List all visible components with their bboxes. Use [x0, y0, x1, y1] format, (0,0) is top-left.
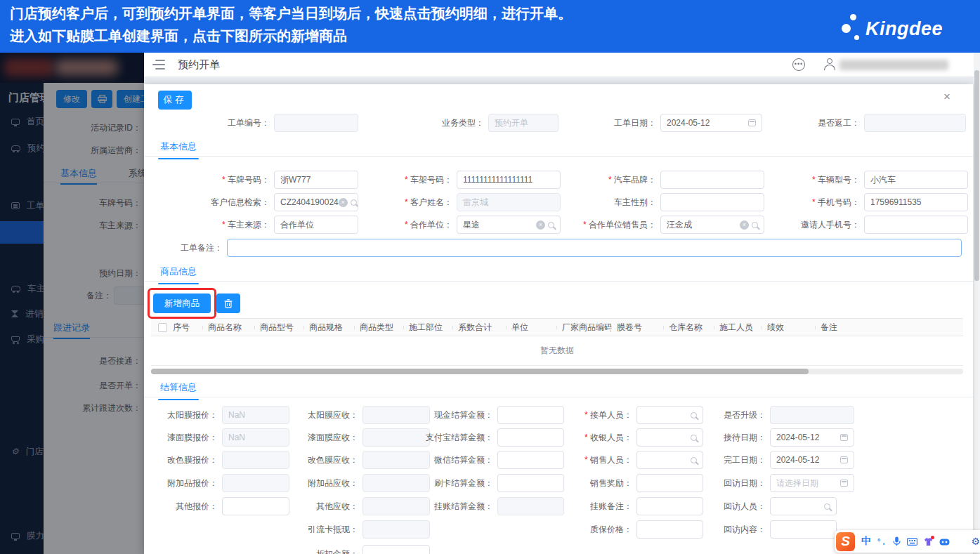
field-upgraded: 是否升级：	[693, 406, 854, 424]
brand-input[interactable]	[660, 171, 764, 189]
add-product-button[interactable]: 新增商品	[153, 294, 211, 313]
hscrollbar-thumb[interactable]	[151, 369, 809, 374]
credit-input	[497, 497, 564, 515]
rework-label: 是否返工：	[755, 117, 860, 129]
sogou-logo[interactable]: S	[836, 532, 855, 551]
wechat-input[interactable]	[497, 451, 564, 469]
keyboard-icon[interactable]	[907, 538, 917, 546]
field-inviter-phone: 邀请人手机号：	[755, 216, 968, 234]
microphone-icon[interactable]	[893, 536, 901, 546]
field-warranty: 质保价格：	[560, 520, 703, 539]
addon-quote-input	[222, 474, 289, 492]
field-source: 车主来源： 合作单位	[165, 216, 358, 234]
toolbox-grid-icon[interactable]	[956, 537, 965, 546]
menu-fold-icon[interactable]	[152, 60, 165, 70]
logo-dot	[854, 35, 859, 40]
field-finish-date: 完工日期： 2024-05-12	[693, 451, 854, 469]
skin-icon[interactable]	[924, 537, 933, 546]
tab-settlement-info[interactable]: 结算信息	[160, 381, 197, 394]
biz-type-label: 业务类型：	[380, 117, 484, 129]
plate-input[interactable]: 浙W777	[274, 171, 358, 189]
sun-quote-input: NaN	[222, 406, 289, 424]
visit-date-input[interactable]: 请选择日期	[770, 474, 854, 492]
field-cust-name: 客户姓名： 雷京城	[348, 193, 561, 211]
page-scrollbar[interactable]	[974, 53, 980, 554]
finish-date-input[interactable]: 2024-05-12	[770, 451, 854, 469]
inviter-phone-input[interactable]	[864, 216, 968, 234]
field-color-due: 改色膜应收：	[288, 451, 430, 469]
cash-input[interactable]	[497, 406, 564, 424]
model-input[interactable]: 小汽车	[864, 171, 968, 189]
clear-icon[interactable]: ×	[536, 220, 545, 230]
search-icon[interactable]	[824, 503, 830, 510]
inviter-phone-label: 邀请人手机号：	[755, 219, 860, 231]
field-cust-search: 客户信息检索： CZ2404190024×	[165, 193, 358, 211]
col-header[interactable]: 施工部位	[403, 322, 452, 334]
gender-input[interactable]	[660, 193, 764, 211]
username-redacted[interactable]	[839, 60, 948, 70]
alipay-input[interactable]	[497, 428, 564, 447]
vin-input[interactable]: 11111111111111111	[457, 171, 561, 189]
phone-label: 手机号码：	[755, 197, 860, 209]
col-header[interactable]: 系数合计	[452, 322, 506, 334]
save-button[interactable]: 保存	[158, 91, 192, 110]
discount-input[interactable]	[362, 545, 430, 554]
col-header[interactable]: 商品类型	[354, 322, 403, 334]
assistant-icon[interactable]	[939, 538, 950, 546]
visit-content-input[interactable]	[770, 520, 837, 539]
ime-lang-toggle[interactable]: 中	[861, 535, 871, 548]
partner-label: 合作单位：	[348, 219, 452, 231]
source-input[interactable]: 合作单位	[274, 216, 358, 234]
col-header[interactable]: 膜卷号	[611, 322, 663, 334]
user-icon[interactable]	[823, 58, 836, 70]
col-header[interactable]: 商品型号	[254, 322, 303, 334]
field-card: 刷卡结算金额：	[419, 474, 564, 492]
close-icon[interactable]: ×	[940, 90, 954, 104]
partner-sales-input[interactable]: 汪念成×	[660, 216, 764, 234]
partner-input[interactable]: 星途×	[457, 216, 561, 234]
tab-goods-info[interactable]: 商品信息	[160, 265, 197, 278]
tab-basic-info[interactable]: 基本信息	[160, 140, 197, 153]
logo-dot	[842, 24, 851, 33]
workorder-remark-input[interactable]	[227, 239, 962, 257]
scrollbar-thumb[interactable]	[974, 70, 979, 281]
field-other-quote: 其他报价：	[151, 497, 289, 515]
col-header[interactable]: 商品名称	[202, 322, 254, 334]
col-header[interactable]: 单位	[506, 322, 556, 334]
field-rework: 是否返工：	[755, 114, 966, 132]
model-label: 车辆型号：	[755, 174, 860, 186]
field-workorder-remark: 工单备注：	[151, 239, 962, 257]
delete-product-button[interactable]	[216, 294, 240, 313]
clear-icon[interactable]: ×	[339, 198, 348, 207]
col-header[interactable]: 序号	[167, 322, 202, 334]
col-header[interactable]: 施工人员	[714, 322, 762, 334]
trash-icon	[224, 299, 233, 308]
ime-punct-toggle[interactable]: °，	[877, 536, 887, 547]
order-date-input[interactable]: 2024-05-12	[660, 114, 762, 132]
page-title: 预约开单	[178, 58, 220, 72]
table-hscrollbar[interactable]	[151, 369, 963, 374]
field-visit-date: 回访日期： 请选择日期	[693, 474, 854, 492]
field-sun-quote: 太阳膜报价： NaN	[151, 406, 289, 424]
visitor-input[interactable]	[770, 497, 837, 515]
calendar-icon	[840, 434, 848, 441]
field-wechat: 微信结算金额：	[419, 451, 564, 469]
other-quote-input[interactable]	[222, 497, 289, 515]
col-header[interactable]: 商品规格	[303, 322, 354, 334]
card-input[interactable]	[497, 474, 564, 492]
cust-search-input[interactable]: CZ2404190024×	[274, 193, 358, 211]
phone-input[interactable]: 17596911535	[864, 193, 968, 211]
col-header[interactable]: 厂家商品编码	[556, 322, 611, 334]
modal-dim-overlay	[0, 53, 144, 554]
message-icon[interactable]: •••	[792, 58, 805, 71]
clear-icon[interactable]: ×	[740, 220, 749, 230]
col-header[interactable]: 仓库名称	[663, 322, 714, 334]
ime-settings-icon[interactable]: ⚙	[971, 536, 980, 547]
app-header: 预约开单 •••	[144, 53, 974, 77]
field-brand: 汽车品牌：	[551, 171, 764, 189]
col-header[interactable]: 绩效	[762, 322, 815, 334]
select-all-checkbox[interactable]	[158, 323, 167, 332]
col-header[interactable]: 备注	[815, 322, 899, 334]
banner-line2: 进入如下贴膜工单创建界面，点击下图所示的新增商品	[10, 27, 347, 46]
reception-date-input[interactable]: 2024-05-12	[770, 428, 854, 447]
